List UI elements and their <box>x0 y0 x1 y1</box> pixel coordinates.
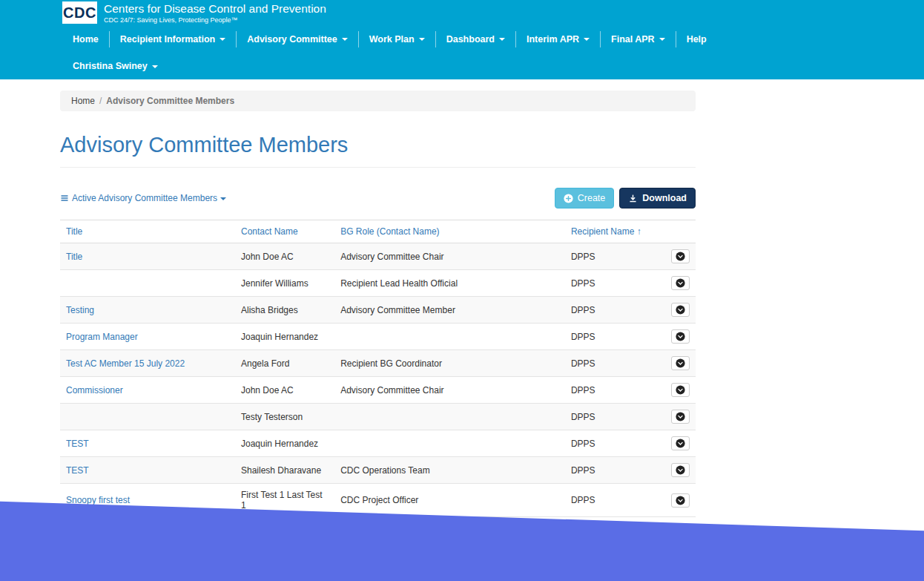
column-header-title[interactable]: Title <box>60 220 235 243</box>
filter-dropdown[interactable]: Active Advisory Committee Members <box>60 193 226 203</box>
row-actions-button[interactable] <box>671 276 690 290</box>
column-header-recipient-name[interactable]: Recipient Name ↑ <box>565 220 665 243</box>
main-content: Home / Advisory Committee Members Adviso… <box>60 91 696 517</box>
chevron-down-circle-icon <box>676 332 685 341</box>
nav-item-advisory-committee[interactable]: Advisory Committee <box>237 31 359 47</box>
site-header: CDC Centers for Disease Control and Prev… <box>0 0 924 79</box>
contact-name-cell: John Doe AC <box>235 243 334 270</box>
nav-label: Dashboard <box>446 34 495 45</box>
nav-label: Advisory Committee <box>247 34 337 45</box>
row-actions-button[interactable] <box>671 356 690 370</box>
table-row: Testing Alisha Bridges Advisory Committe… <box>60 297 696 324</box>
member-title-link[interactable]: Program Manager <box>66 332 138 342</box>
recipient-name-cell: DPPS <box>565 324 665 350</box>
download-button[interactable]: Download <box>619 188 696 209</box>
column-header-link[interactable]: Title <box>66 226 82 237</box>
nav-item-help[interactable]: Help <box>676 31 717 47</box>
breadcrumb-separator: / <box>99 96 102 106</box>
brand-row: CDC Centers for Disease Control and Prev… <box>0 0 924 25</box>
nav-label: Interim APR <box>527 34 579 45</box>
column-header-link[interactable]: Contact Name <box>241 226 298 237</box>
brand-text: Centers for Disease Control and Preventi… <box>104 1 326 24</box>
nav-item-work-plan[interactable]: Work Plan <box>359 31 436 47</box>
breadcrumb-current: Advisory Committee Members <box>106 96 234 106</box>
download-button-label: Download <box>642 193 687 203</box>
member-title-link[interactable]: Commissioner <box>66 385 123 395</box>
caret-down-icon <box>342 38 348 41</box>
member-title-link[interactable]: Testing <box>66 305 94 315</box>
table-row: Program Manager Joaquin Hernandez DPPS <box>60 324 696 350</box>
row-actions-button[interactable] <box>671 436 690 450</box>
row-actions-button[interactable] <box>671 463 690 477</box>
create-button[interactable]: Create <box>555 188 615 209</box>
nav-item-home[interactable]: Home <box>62 31 110 47</box>
row-actions-button[interactable] <box>671 410 690 424</box>
org-name: Centers for Disease Control and Preventi… <box>104 2 326 16</box>
recipient-name-cell: DPPS <box>565 270 665 297</box>
chevron-down-circle-icon <box>676 278 685 288</box>
recipient-name-cell: DPPS <box>565 404 665 430</box>
table-row: TEST Joaquin Hernandez DPPS <box>60 430 696 457</box>
tagline: CDC 24/7: Saving Lives, Protecting Peopl… <box>104 16 326 24</box>
user-menu[interactable]: Christina Swiney <box>62 61 168 71</box>
recipient-name-cell: DPPS <box>565 457 665 484</box>
nav-label: Work Plan <box>369 34 415 45</box>
filter-label: Active Advisory Committee Members <box>72 193 217 203</box>
nav-label: Final APR <box>611 34 655 45</box>
member-title-link[interactable]: TEST <box>66 439 89 449</box>
main-nav: Home Recipient Information Advisory Comm… <box>0 25 924 53</box>
row-actions-button[interactable] <box>671 493 690 508</box>
column-header-contact-name[interactable]: Contact Name <box>235 220 334 243</box>
caret-down-icon <box>419 38 425 41</box>
chevron-down-circle-icon <box>676 358 685 368</box>
bg-role-cell <box>334 430 565 457</box>
contact-name-cell: Jennifer Williams <box>235 270 334 297</box>
member-title-link[interactable]: TEST <box>66 465 89 476</box>
column-header-link[interactable]: Recipient Name <box>571 226 634 237</box>
breadcrumb: Home / Advisory Committee Members <box>60 91 696 111</box>
page-title: Advisory Committee Members <box>60 133 696 168</box>
nav-label: Home <box>73 34 99 45</box>
chevron-down-circle-icon <box>676 252 685 261</box>
bg-role-cell: CDC Project Officer <box>334 484 565 517</box>
nav-item-final-apr[interactable]: Final APR <box>601 31 676 47</box>
member-title-link[interactable]: Title <box>66 252 82 262</box>
caret-down-icon <box>659 38 665 41</box>
caret-down-icon <box>499 38 505 41</box>
bg-role-cell <box>334 324 565 350</box>
recipient-name-cell: DPPS <box>565 350 665 377</box>
toolbar-buttons: Create Download <box>555 188 696 209</box>
chevron-down-circle-icon <box>676 465 685 475</box>
cdc-logo[interactable]: CDC <box>62 1 97 24</box>
nav-label: Recipient Information <box>120 34 215 45</box>
breadcrumb-home-link[interactable]: Home <box>71 96 95 106</box>
chevron-down-circle-icon <box>676 496 685 505</box>
user-nav: Christina Swiney <box>0 53 924 79</box>
member-title-link[interactable]: Test AC Member 15 July 2022 <box>66 358 185 369</box>
bg-role-cell: Advisory Committee Chair <box>334 243 565 270</box>
recipient-name-cell: DPPS <box>565 484 665 517</box>
recipient-name-cell: DPPS <box>565 377 665 404</box>
row-actions-button[interactable] <box>671 249 690 263</box>
plus-circle-icon <box>564 194 573 203</box>
contact-name-cell: Shailesh Dharavane <box>235 457 334 484</box>
recipient-name-cell: DPPS <box>565 297 665 324</box>
contact-name-cell: Alisha Bridges <box>235 297 334 324</box>
column-header-link[interactable]: BG Role (Contact Name) <box>340 226 439 237</box>
table-row: Testy Testerson DPPS <box>60 404 696 430</box>
row-actions-button[interactable] <box>671 383 690 397</box>
nav-item-dashboard[interactable]: Dashboard <box>436 31 516 47</box>
row-actions-button[interactable] <box>671 329 690 344</box>
contact-name-cell: John Doe AC <box>235 377 334 404</box>
column-header-actions <box>665 220 696 243</box>
row-actions-button[interactable] <box>671 303 690 317</box>
nav-item-recipient-information[interactable]: Recipient Information <box>110 31 237 47</box>
caret-down-icon <box>152 65 158 68</box>
bg-role-cell <box>334 404 565 430</box>
recipient-name-cell: DPPS <box>565 430 665 457</box>
members-table: Title Contact Name BG Role (Contact Name… <box>60 220 696 517</box>
nav-item-interim-apr[interactable]: Interim APR <box>516 31 601 47</box>
contact-name-cell: Angela Ford <box>235 350 334 377</box>
column-header-bg-role[interactable]: BG Role (Contact Name) <box>334 220 565 243</box>
contact-name-cell: Testy Testerson <box>235 404 334 430</box>
